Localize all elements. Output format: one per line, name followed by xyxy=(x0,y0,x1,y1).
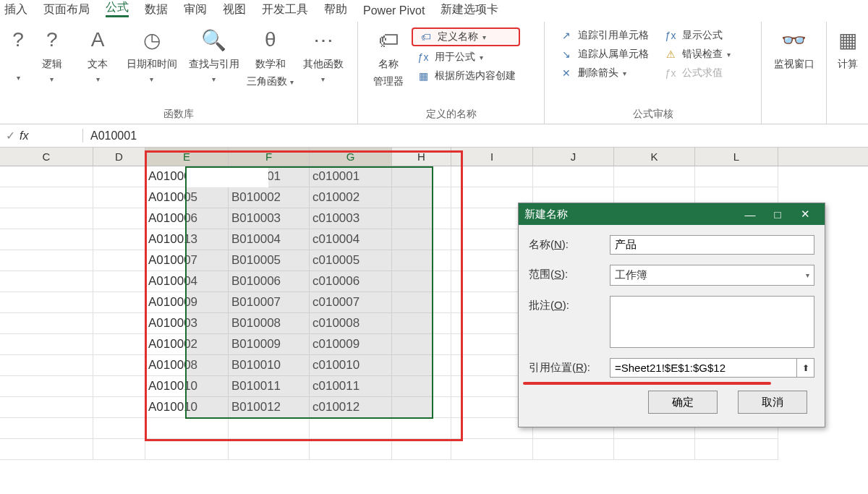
cell[interactable] xyxy=(0,271,93,292)
col-header-K[interactable]: K xyxy=(614,148,695,166)
cell[interactable]: A010009 xyxy=(145,292,229,313)
calc-options[interactable]: ▦ 计算 xyxy=(834,26,861,71)
col-header-H[interactable]: H xyxy=(392,148,451,166)
cell[interactable] xyxy=(0,418,93,439)
scope-select[interactable]: 工作簿▾ xyxy=(610,265,814,286)
col-header-D[interactable]: D xyxy=(93,148,145,166)
cell[interactable] xyxy=(93,250,145,271)
cell[interactable]: A010010 xyxy=(145,376,229,397)
cell[interactable]: A010013 xyxy=(145,229,229,250)
ref-input[interactable] xyxy=(610,358,797,378)
cell[interactable]: B010008 xyxy=(229,313,310,334)
cell[interactable] xyxy=(93,376,145,397)
remove-arrows[interactable]: ✕删除箭头 ▾ xyxy=(555,65,653,81)
cell[interactable] xyxy=(0,187,93,208)
cell[interactable] xyxy=(93,439,145,460)
cell[interactable] xyxy=(93,397,145,418)
cell[interactable]: B010003 xyxy=(229,208,310,229)
col-header-E[interactable]: E xyxy=(145,148,229,166)
cell[interactable] xyxy=(93,271,145,292)
cell[interactable] xyxy=(392,439,451,460)
cell[interactable] xyxy=(93,292,145,313)
cell[interactable] xyxy=(392,187,451,208)
cell[interactable]: A010002 xyxy=(145,334,229,355)
cell[interactable] xyxy=(93,166,145,187)
cell[interactable]: B010009 xyxy=(229,334,310,355)
cell[interactable] xyxy=(229,418,310,439)
cell[interactable]: B010010 xyxy=(229,355,310,376)
cell[interactable] xyxy=(0,334,93,355)
cell[interactable]: A010005 xyxy=(145,187,229,208)
fb-check-icon[interactable]: ✓ xyxy=(6,129,15,142)
cell[interactable]: c010004 xyxy=(310,229,392,250)
cell[interactable] xyxy=(392,292,451,313)
cell[interactable] xyxy=(93,334,145,355)
fn-logic[interactable]: ? 逻辑▾ xyxy=(29,26,75,83)
cell[interactable] xyxy=(695,439,778,460)
cell[interactable] xyxy=(0,376,93,397)
maximize-icon[interactable]: □ xyxy=(764,208,791,221)
fn-other[interactable]: ⋯ 其他函数▾ xyxy=(296,26,350,83)
cell[interactable]: B010001 xyxy=(229,166,310,187)
tab-view[interactable]: 视图 xyxy=(223,2,246,17)
cell[interactable]: c010008 xyxy=(310,313,392,334)
cell[interactable] xyxy=(392,208,451,229)
fn-datetime[interactable]: ◷ 日期和时间▾ xyxy=(121,26,183,83)
cell[interactable] xyxy=(310,418,392,439)
cell[interactable] xyxy=(93,355,145,376)
cell[interactable]: c010010 xyxy=(310,355,392,376)
cell[interactable] xyxy=(392,271,451,292)
cell[interactable]: B010006 xyxy=(229,271,310,292)
tab-data[interactable]: 数据 xyxy=(145,2,168,17)
cell[interactable]: c010003 xyxy=(310,208,392,229)
cell[interactable] xyxy=(93,313,145,334)
cell[interactable] xyxy=(392,166,451,187)
cell[interactable]: B010007 xyxy=(229,292,310,313)
tab-new[interactable]: 新建选项卡 xyxy=(441,2,498,17)
cell[interactable] xyxy=(93,208,145,229)
tab-review[interactable]: 审阅 xyxy=(184,2,207,17)
cell[interactable] xyxy=(0,208,93,229)
fn-math[interactable]: θ 数学和 三角函数 ▾ xyxy=(244,26,296,88)
cell[interactable] xyxy=(145,439,229,460)
cell[interactable] xyxy=(93,418,145,439)
col-header-I[interactable]: I xyxy=(451,148,533,166)
cell[interactable]: A010003 xyxy=(145,313,229,334)
col-header-C[interactable]: C xyxy=(0,148,93,166)
cell[interactable]: c010001 xyxy=(310,166,392,187)
cell[interactable] xyxy=(392,250,451,271)
cell[interactable]: c010002 xyxy=(310,187,392,208)
cell[interactable] xyxy=(0,229,93,250)
cell[interactable]: A010007 xyxy=(145,250,229,271)
cell[interactable]: c010006 xyxy=(310,271,392,292)
close-icon[interactable]: ✕ xyxy=(791,208,819,221)
tab-formula[interactable]: 公式 xyxy=(106,0,129,17)
cell[interactable] xyxy=(0,397,93,418)
minimize-icon[interactable]: — xyxy=(736,208,764,221)
cell[interactable]: A010008 xyxy=(145,355,229,376)
cell[interactable]: B010005 xyxy=(229,250,310,271)
define-name[interactable]: 🏷 定义名称 ▾ xyxy=(412,27,520,46)
col-header-G[interactable]: G xyxy=(310,148,392,166)
formula-input[interactable]: A010001 xyxy=(83,129,868,142)
cell[interactable]: B010004 xyxy=(229,229,310,250)
tab-dev[interactable]: 开发工具 xyxy=(262,2,308,17)
fn-text[interactable]: A 文本▾ xyxy=(75,26,120,83)
create-from-selection[interactable]: ▦ 根据所选内容创建 xyxy=(412,68,520,84)
collapse-icon[interactable]: ⬆ xyxy=(797,358,814,378)
ok-button[interactable]: 确定 xyxy=(648,391,718,414)
cell[interactable]: A010010 xyxy=(145,397,229,418)
comment-input[interactable] xyxy=(610,296,814,348)
cell[interactable] xyxy=(93,187,145,208)
cell[interactable] xyxy=(0,292,93,313)
dialog-titlebar[interactable]: 新建名称 — □ ✕ xyxy=(519,203,825,225)
cell[interactable]: B010011 xyxy=(229,376,310,397)
tab-layout[interactable]: 页面布局 xyxy=(43,2,90,17)
cell[interactable]: c010007 xyxy=(310,292,392,313)
cell[interactable] xyxy=(533,439,614,460)
cell[interactable]: c010005 xyxy=(310,250,392,271)
col-header-F[interactable]: F xyxy=(229,148,310,166)
tab-help[interactable]: 帮助 xyxy=(324,2,347,17)
name-manager[interactable]: 🏷 名称 管理器 xyxy=(365,26,412,88)
name-input[interactable] xyxy=(610,235,814,255)
